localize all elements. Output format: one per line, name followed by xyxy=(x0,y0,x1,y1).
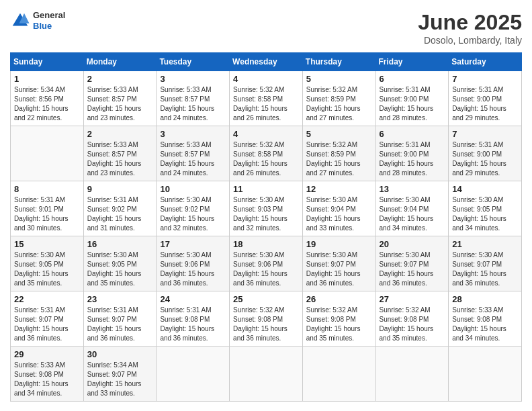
table-row: 7 Sunrise: 5:31 AM Sunset: 9:00 PM Dayli… xyxy=(449,126,522,181)
day-info: Sunrise: 5:31 AM Sunset: 9:00 PM Dayligh… xyxy=(380,140,445,178)
day-number: 6 xyxy=(380,74,445,84)
day-info: Sunrise: 5:31 AM Sunset: 9:07 PM Dayligh… xyxy=(14,306,80,343)
table-row: 28 Sunrise: 5:33 AM Sunset: 9:08 PM Dayl… xyxy=(449,291,522,347)
day-info: Sunrise: 5:30 AM Sunset: 9:04 PM Dayligh… xyxy=(306,195,372,233)
col-thursday: Thursday xyxy=(302,53,375,71)
day-info: Sunrise: 5:33 AM Sunset: 9:08 PM Dayligh… xyxy=(14,361,80,398)
day-number: 7 xyxy=(452,74,518,84)
day-number: 18 xyxy=(233,239,299,249)
table-row: 2 Sunrise: 5:33 AM Sunset: 8:57 PM Dayli… xyxy=(83,126,157,181)
day-number: 30 xyxy=(87,349,153,359)
day-number: 8 xyxy=(14,184,80,194)
day-info: Sunrise: 5:30 AM Sunset: 9:05 PM Dayligh… xyxy=(452,195,518,233)
table-row: 2 Sunrise: 5:33 AM Sunset: 8:57 PM Dayli… xyxy=(83,71,157,126)
table-row: 7 Sunrise: 5:31 AM Sunset: 9:00 PM Dayli… xyxy=(449,71,522,126)
table-row: 1 Sunrise: 5:34 AM Sunset: 8:56 PM Dayli… xyxy=(11,71,84,126)
day-info: Sunrise: 5:33 AM Sunset: 8:57 PM Dayligh… xyxy=(160,85,226,123)
day-info: Sunrise: 5:30 AM Sunset: 9:02 PM Dayligh… xyxy=(160,195,226,233)
day-number: 20 xyxy=(380,239,445,249)
table-row: 5 Sunrise: 5:32 AM Sunset: 8:59 PM Dayli… xyxy=(302,126,375,181)
day-info: Sunrise: 5:31 AM Sunset: 9:07 PM Dayligh… xyxy=(87,306,153,343)
table-row: 5 Sunrise: 5:32 AM Sunset: 8:59 PM Dayli… xyxy=(302,71,375,126)
logo-blue: Blue xyxy=(33,21,65,32)
table-row: 13 Sunrise: 5:30 AM Sunset: 9:04 PM Dayl… xyxy=(375,181,449,236)
day-info: Sunrise: 5:32 AM Sunset: 8:58 PM Dayligh… xyxy=(233,85,299,123)
day-number: 1 xyxy=(14,74,80,84)
logo-icon xyxy=(10,11,30,31)
day-info: Sunrise: 5:30 AM Sunset: 9:05 PM Dayligh… xyxy=(14,250,80,288)
calendar-title: June 2025 xyxy=(418,10,522,35)
table-row: 12 Sunrise: 5:30 AM Sunset: 9:04 PM Dayl… xyxy=(302,181,375,236)
logo-general: General xyxy=(33,10,65,21)
day-info: Sunrise: 5:30 AM Sunset: 9:06 PM Dayligh… xyxy=(233,250,299,288)
day-info: Sunrise: 5:31 AM Sunset: 9:01 PM Dayligh… xyxy=(14,195,80,233)
table-row xyxy=(157,347,230,402)
table-row: 16 Sunrise: 5:30 AM Sunset: 9:05 PM Dayl… xyxy=(83,236,157,291)
day-number: 3 xyxy=(160,74,226,84)
table-row: 19 Sunrise: 5:30 AM Sunset: 9:07 PM Dayl… xyxy=(302,236,375,291)
table-row xyxy=(375,347,449,402)
table-row: 25 Sunrise: 5:32 AM Sunset: 9:08 PM Dayl… xyxy=(230,291,303,347)
day-number: 3 xyxy=(160,129,226,139)
day-info: Sunrise: 5:33 AM Sunset: 8:57 PM Dayligh… xyxy=(160,140,226,178)
day-info: Sunrise: 5:32 AM Sunset: 8:59 PM Dayligh… xyxy=(306,85,372,123)
day-info: Sunrise: 5:31 AM Sunset: 9:00 PM Dayligh… xyxy=(452,140,518,178)
day-number: 4 xyxy=(233,74,299,84)
calendar-table: Sunday Monday Tuesday Wednesday Thursday… xyxy=(10,52,522,402)
day-info: Sunrise: 5:30 AM Sunset: 9:07 PM Dayligh… xyxy=(380,250,445,288)
day-info: Sunrise: 5:33 AM Sunset: 9:08 PM Dayligh… xyxy=(452,306,518,343)
table-row: 26 Sunrise: 5:32 AM Sunset: 9:08 PM Dayl… xyxy=(302,291,375,347)
table-row: 11 Sunrise: 5:30 AM Sunset: 9:03 PM Dayl… xyxy=(230,181,303,236)
day-info: Sunrise: 5:32 AM Sunset: 9:08 PM Dayligh… xyxy=(380,306,445,343)
table-row: 6 Sunrise: 5:31 AM Sunset: 9:00 PM Dayli… xyxy=(375,71,449,126)
day-number: 26 xyxy=(306,294,372,304)
table-row: 15 Sunrise: 5:30 AM Sunset: 9:05 PM Dayl… xyxy=(11,236,84,291)
day-number: 14 xyxy=(452,184,518,194)
table-row xyxy=(302,347,375,402)
day-info: Sunrise: 5:33 AM Sunset: 8:57 PM Dayligh… xyxy=(87,140,153,178)
table-row: 18 Sunrise: 5:30 AM Sunset: 9:06 PM Dayl… xyxy=(230,236,303,291)
day-info: Sunrise: 5:32 AM Sunset: 8:58 PM Dayligh… xyxy=(233,140,299,178)
day-number: 2 xyxy=(87,129,153,139)
logo: General Blue xyxy=(10,10,65,31)
table-row: 4 Sunrise: 5:32 AM Sunset: 8:58 PM Dayli… xyxy=(230,126,303,181)
day-number: 16 xyxy=(87,239,153,249)
col-friday: Friday xyxy=(375,53,449,71)
col-monday: Monday xyxy=(83,53,157,71)
day-number: 10 xyxy=(160,184,226,194)
day-number: 28 xyxy=(452,294,518,304)
table-row: 3 Sunrise: 5:33 AM Sunset: 8:57 PM Dayli… xyxy=(157,71,230,126)
table-row: 9 Sunrise: 5:31 AM Sunset: 9:02 PM Dayli… xyxy=(83,181,157,236)
table-row xyxy=(449,347,522,402)
table-row: 20 Sunrise: 5:30 AM Sunset: 9:07 PM Dayl… xyxy=(375,236,449,291)
calendar-subtitle: Dosolo, Lombardy, Italy xyxy=(418,35,522,46)
table-row xyxy=(230,347,303,402)
day-number: 5 xyxy=(306,74,372,84)
col-tuesday: Tuesday xyxy=(157,53,230,71)
day-number: 21 xyxy=(452,239,518,249)
table-row: 6 Sunrise: 5:31 AM Sunset: 9:00 PM Dayli… xyxy=(375,126,449,181)
day-info: Sunrise: 5:34 AM Sunset: 8:56 PM Dayligh… xyxy=(14,85,80,123)
day-info: Sunrise: 5:31 AM Sunset: 9:02 PM Dayligh… xyxy=(87,195,153,233)
day-info: Sunrise: 5:34 AM Sunset: 9:07 PM Dayligh… xyxy=(87,361,153,398)
table-row: 23 Sunrise: 5:31 AM Sunset: 9:07 PM Dayl… xyxy=(83,291,157,347)
day-number: 19 xyxy=(306,239,372,249)
day-info: Sunrise: 5:30 AM Sunset: 9:07 PM Dayligh… xyxy=(306,250,372,288)
table-row: 30 Sunrise: 5:34 AM Sunset: 9:07 PM Dayl… xyxy=(83,347,157,402)
table-row: 17 Sunrise: 5:30 AM Sunset: 9:06 PM Dayl… xyxy=(157,236,230,291)
day-number: 17 xyxy=(160,239,226,249)
day-number: 13 xyxy=(380,184,445,194)
day-number: 7 xyxy=(452,129,518,139)
day-number: 5 xyxy=(306,129,372,139)
day-info: Sunrise: 5:33 AM Sunset: 8:57 PM Dayligh… xyxy=(87,85,153,123)
day-info: Sunrise: 5:30 AM Sunset: 9:06 PM Dayligh… xyxy=(160,250,226,288)
day-number: 22 xyxy=(14,294,80,304)
table-row: 8 Sunrise: 5:31 AM Sunset: 9:01 PM Dayli… xyxy=(11,181,84,236)
day-info: Sunrise: 5:30 AM Sunset: 9:05 PM Dayligh… xyxy=(87,250,153,288)
day-number: 25 xyxy=(233,294,299,304)
day-info: Sunrise: 5:31 AM Sunset: 9:08 PM Dayligh… xyxy=(160,306,226,343)
day-number: 29 xyxy=(14,349,80,359)
day-number: 24 xyxy=(160,294,226,304)
table-row: 22 Sunrise: 5:31 AM Sunset: 9:07 PM Dayl… xyxy=(11,291,84,347)
day-info: Sunrise: 5:31 AM Sunset: 9:00 PM Dayligh… xyxy=(380,85,445,123)
